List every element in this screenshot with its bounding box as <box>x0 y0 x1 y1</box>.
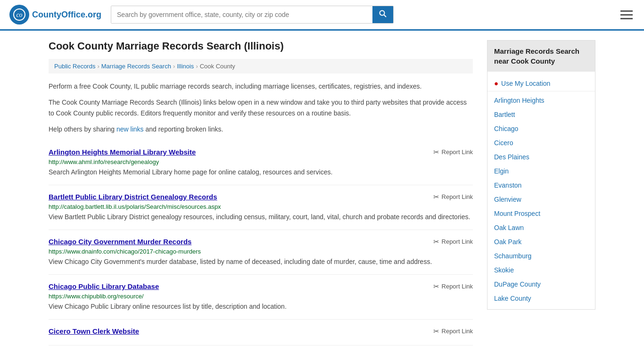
result-desc-3: View Chicago Public Library online resou… <box>49 302 473 312</box>
svg-point-2 <box>380 11 385 16</box>
report-icon-2: ✂ <box>433 238 439 246</box>
sidebar-link-bartlett[interactable]: Bartlett <box>487 107 595 122</box>
main-container: Cook County Marriage Records Search (Ill… <box>39 31 605 355</box>
sidebar-link-arlington-heights[interactable]: Arlington Heights <box>487 93 595 107</box>
logo[interactable]: co CountyOffice.org <box>9 5 101 25</box>
sidebar-link-schaumburg[interactable]: Schaumburg <box>487 249 595 263</box>
breadcrumb-public-records[interactable]: Public Records <box>54 63 95 70</box>
description-para2: The Cook County Marriage Records Search … <box>49 97 473 118</box>
svg-line-3 <box>384 15 387 17</box>
logo-icon: co <box>9 5 29 25</box>
report-label-4: Report Link <box>442 328 473 335</box>
sidebar-link-dupage-county[interactable]: DuPage County <box>487 277 595 291</box>
result-item: Bartlett Public Library District Genealo… <box>49 185 473 230</box>
result-title-2[interactable]: Chicago City Government Murder Records <box>49 238 191 246</box>
sidebar-box: Marriage Records Search near Cook County… <box>487 40 595 310</box>
result-header-1: Bartlett Public Library District Genealo… <box>49 193 473 201</box>
sidebar-list: ● Use My Location Arlington HeightsBartl… <box>487 72 595 309</box>
report-icon-1: ✂ <box>433 193 439 201</box>
result-title-3[interactable]: Chicago Public Library Database <box>49 282 159 290</box>
result-header-3: Chicago Public Library Database ✂ Report… <box>49 282 473 291</box>
search-bar <box>111 6 394 24</box>
svg-text:co: co <box>16 11 22 18</box>
result-desc-0: Search Arlington Heights Memorial Librar… <box>49 167 473 177</box>
report-link-0[interactable]: ✂ Report Link <box>433 148 473 156</box>
breadcrumb-cook-county: Cook County <box>200 63 235 70</box>
result-desc-1: View Bartlett Public Library District ge… <box>49 212 473 222</box>
result-title-1[interactable]: Bartlett Public Library District Genealo… <box>49 193 217 201</box>
use-my-location[interactable]: ● Use My Location <box>487 75 595 91</box>
result-desc-2: View Chicago City Government's murder da… <box>49 257 473 267</box>
report-link-1[interactable]: ✂ Report Link <box>433 193 473 201</box>
breadcrumb-illinois[interactable]: Illinois <box>177 63 194 70</box>
report-link-2[interactable]: ✂ Report Link <box>433 238 473 246</box>
report-link-4[interactable]: ✂ Report Link <box>433 327 473 336</box>
report-link-3[interactable]: ✂ Report Link <box>433 282 473 291</box>
location-icon: ● <box>494 79 498 87</box>
description-para3: Help others by sharing new links and rep… <box>49 124 473 134</box>
sidebar-link-glenview[interactable]: Glenview <box>487 192 595 206</box>
sidebar-link-oak-lawn[interactable]: Oak Lawn <box>487 221 595 235</box>
report-icon-3: ✂ <box>433 282 439 291</box>
description-para1: Perform a free Cook County, IL public ma… <box>49 81 473 91</box>
result-item: Chicago Public Library Database ✂ Report… <box>49 275 473 320</box>
sidebar: Marriage Records Search near Cook County… <box>487 40 595 346</box>
result-header-0: Arlington Heights Memorial Library Websi… <box>49 148 473 156</box>
result-item: Cicero Town Clerk Website ✂ Report Link <box>49 320 473 346</box>
breadcrumb-marriage-records[interactable]: Marriage Records Search <box>101 63 171 70</box>
result-url-1[interactable]: http://catalog.bartlett.lib.il.us/polari… <box>49 203 473 210</box>
result-header-2: Chicago City Government Murder Records ✂… <box>49 238 473 246</box>
search-button[interactable] <box>372 6 393 23</box>
sidebar-link-cicero[interactable]: Cicero <box>487 136 595 150</box>
result-title-0[interactable]: Arlington Heights Memorial Library Websi… <box>49 148 196 156</box>
sidebar-link-mount-prospect[interactable]: Mount Prospect <box>487 206 595 221</box>
result-title-4[interactable]: Cicero Town Clerk Website <box>49 327 139 335</box>
use-location-label: Use My Location <box>501 80 550 87</box>
report-label-0: Report Link <box>442 148 473 156</box>
breadcrumb: Public Records › Marriage Records Search… <box>49 59 473 74</box>
logo-text: CountyOffice.org <box>32 10 101 20</box>
header: co CountyOffice.org <box>0 0 644 31</box>
result-header-4: Cicero Town Clerk Website ✂ Report Link <box>49 327 473 336</box>
sidebar-link-lake-county[interactable]: Lake County <box>487 291 595 305</box>
sidebar-link-des-plaines[interactable]: Des Plaines <box>487 150 595 164</box>
report-label-2: Report Link <box>442 238 473 245</box>
sidebar-link-skokie[interactable]: Skokie <box>487 263 595 277</box>
result-url-3[interactable]: https://www.chipublib.org/resource/ <box>49 293 473 300</box>
search-input[interactable] <box>111 6 372 23</box>
result-item: Arlington Heights Memorial Library Websi… <box>49 140 473 185</box>
result-url-2[interactable]: https://www.dnainfo.com/chicago/2017-chi… <box>49 248 473 255</box>
sidebar-link-elgin[interactable]: Elgin <box>487 164 595 178</box>
report-label-1: Report Link <box>442 193 473 200</box>
sidebar-link-oak-park[interactable]: Oak Park <box>487 235 595 249</box>
result-url-0[interactable]: http://www.ahml.info/research/genealogy <box>49 158 473 165</box>
results-list: Arlington Heights Memorial Library Websi… <box>49 140 473 346</box>
sidebar-header: Marriage Records Search near Cook County <box>487 41 595 72</box>
report-label-3: Report Link <box>442 283 473 290</box>
sidebar-link-evanston[interactable]: Evanston <box>487 178 595 192</box>
menu-button[interactable] <box>619 8 635 21</box>
result-item: Chicago City Government Murder Records ✂… <box>49 230 473 275</box>
report-icon-4: ✂ <box>433 327 439 336</box>
content-area: Cook County Marriage Records Search (Ill… <box>49 40 473 346</box>
new-links-link[interactable]: new links <box>116 125 144 133</box>
sidebar-link-chicago[interactable]: Chicago <box>487 122 595 136</box>
report-icon-0: ✂ <box>433 148 439 156</box>
page-title: Cook County Marriage Records Search (Ill… <box>49 40 473 52</box>
